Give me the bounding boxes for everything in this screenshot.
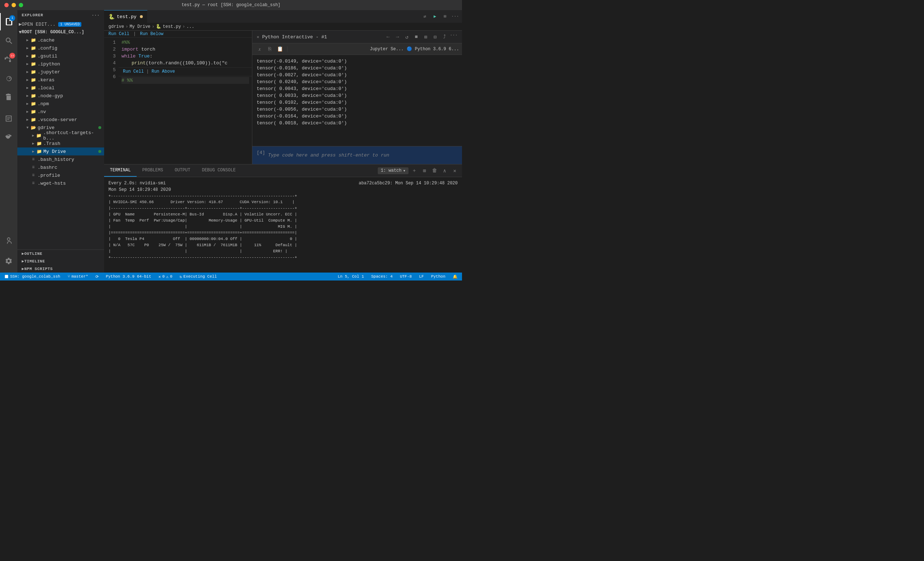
- run-cell-below-bar[interactable]: Run Cell | Run Above: [118, 67, 252, 76]
- table-icon[interactable]: ⊟: [431, 33, 439, 41]
- code-content[interactable]: #%% import torch while True: print(torch…: [118, 38, 252, 164]
- folder-icon: 📁: [30, 45, 36, 51]
- forward-icon[interactable]: →: [393, 33, 401, 41]
- split-editor-icon[interactable]: ⊞: [441, 13, 449, 21]
- tree-item-mydrive[interactable]: ▶ 📁 My Drive: [17, 147, 104, 155]
- input-placeholder[interactable]: Type code here and press shift-enter to …: [268, 153, 389, 158]
- run-icon[interactable]: ▶: [431, 13, 439, 21]
- run-cell-link[interactable]: Run Cell: [108, 32, 129, 36]
- tab-problems[interactable]: PROBLEMS: [136, 165, 169, 177]
- stop-icon[interactable]: ■: [412, 33, 420, 41]
- python-status[interactable]: Python 3.6.9 64-bit: [105, 273, 153, 280]
- jupyter-server-label[interactable]: Jupyter Se...: [370, 46, 404, 52]
- tree-item-wget-hsts[interactable]: ▶ ≡ .wget-hsts: [17, 179, 104, 187]
- line-num-3: 3: [104, 53, 116, 60]
- tree-item-jupyter[interactable]: ▶ 📁 .jupyter: [17, 68, 104, 76]
- sync-status[interactable]: ⟳: [94, 273, 100, 280]
- minimize-button[interactable]: [12, 3, 16, 7]
- tree-item-config[interactable]: ▶ 📁 .config: [17, 44, 104, 52]
- export-icon[interactable]: ⤴: [440, 33, 448, 41]
- item-label: .keras: [38, 77, 55, 83]
- delete-terminal-icon[interactable]: 🗑: [430, 166, 439, 175]
- breadcrumb-mydrive[interactable]: My Drive: [129, 24, 150, 29]
- activity-search[interactable]: [0, 32, 17, 49]
- code-editor[interactable]: Run Cell | Run Below 1 2 3 4 5 6 #%%: [104, 31, 252, 164]
- tree-item-ipython[interactable]: ▶ 📁 .ipython: [17, 60, 104, 68]
- close-terminal-icon[interactable]: ✕: [450, 166, 459, 175]
- copy-icon[interactable]: ⎘: [266, 45, 274, 54]
- spaces-status[interactable]: Spaces: 4: [370, 274, 394, 279]
- executing-status[interactable]: ↻ Executing Cell: [178, 273, 218, 280]
- npm-label: NPM SCRIPTS: [24, 267, 53, 271]
- tree-item-vscode-server[interactable]: ▶ 📁 .vscode-server: [17, 116, 104, 124]
- tab-terminal[interactable]: TERMINAL: [104, 165, 136, 177]
- run-cell-above-bar[interactable]: Run Cell | Run Below: [104, 31, 252, 38]
- back-icon[interactable]: ←: [384, 33, 392, 41]
- synchronize-icon[interactable]: ⇄: [421, 13, 429, 21]
- terminal-content[interactable]: Every 2.0s: nvidia-smi aba72ca5bc29: Mon…: [104, 177, 462, 273]
- ssh-status[interactable]: SSH: google_colab_ssh: [3, 273, 62, 280]
- tree-item-cache[interactable]: ▶ 📁 .cache: [17, 36, 104, 44]
- tree-item-bash-history[interactable]: ▶ ≡ .bash_history: [17, 155, 104, 164]
- run-cell-link2[interactable]: Run Cell: [123, 69, 144, 74]
- add-terminal-icon[interactable]: ＋: [410, 166, 418, 175]
- paste-icon[interactable]: 📋: [276, 45, 284, 54]
- chevron-up-icon[interactable]: ∧: [440, 166, 449, 175]
- breadcrumb-testpy-icon: 🐍: [156, 24, 161, 29]
- git-status[interactable]: ⑂ master*: [66, 273, 90, 280]
- position-status[interactable]: Ln 5, Col 1: [336, 274, 366, 279]
- more-actions-icon[interactable]: ···: [451, 13, 459, 21]
- more-icon[interactable]: ···: [450, 33, 458, 41]
- tab-testpy[interactable]: 🐍 test.py: [104, 10, 147, 23]
- breadcrumb-testpy[interactable]: test.py: [163, 24, 181, 29]
- watch-select[interactable]: 1: watch ▾: [378, 167, 408, 174]
- errors-status[interactable]: ✕ 0 ⚠ 0: [157, 273, 174, 280]
- run-above-link[interactable]: Run Above: [152, 69, 175, 74]
- item-label: .config: [38, 45, 57, 51]
- activity-source-control[interactable]: 77: [0, 51, 17, 68]
- python-version-label[interactable]: Python 3.6.9 6...: [415, 46, 459, 52]
- tab-debug-console[interactable]: DEBUG CONSOLE: [196, 165, 242, 177]
- tree-item-keras[interactable]: ▶ 📁 .keras: [17, 76, 104, 84]
- variables-icon[interactable]: 𝑥: [255, 45, 264, 54]
- tree-item-local[interactable]: ▶ 📁 .local: [17, 84, 104, 92]
- close-button[interactable]: [4, 3, 9, 7]
- activity-accounts[interactable]: [0, 232, 17, 249]
- tree-item-npm[interactable]: ▶ 📁 .npm: [17, 100, 104, 108]
- close-icon[interactable]: ✕: [256, 34, 259, 40]
- breadcrumb-gdrive[interactable]: gdrive: [108, 24, 124, 29]
- tree-item-bashrc[interactable]: ▶ ≡ .bashrc: [17, 164, 104, 171]
- notification-icon[interactable]: 🔔: [451, 274, 459, 279]
- python-file-icon: 🐍: [108, 14, 115, 20]
- grid-icon[interactable]: ⊞: [422, 33, 429, 41]
- encoding-status[interactable]: UTF-8: [398, 274, 413, 279]
- open-editors-section[interactable]: ▶ OPEN EDIT... 1 UNSAVED: [17, 20, 104, 28]
- breadcrumb-dots[interactable]: ...: [186, 24, 195, 29]
- split-terminal-icon[interactable]: ⊞: [420, 166, 429, 175]
- timeline-section[interactable]: ▶ TIMELINE: [17, 257, 104, 265]
- activity-run[interactable]: [0, 69, 17, 87]
- more-icon[interactable]: ···: [92, 13, 100, 17]
- activity-files[interactable]: 1: [0, 13, 17, 30]
- outline-section[interactable]: ▶ OUTLINE: [17, 250, 104, 257]
- root-section[interactable]: ▼ ROOT [SSH: GOOGLE_CO...]: [17, 28, 104, 36]
- code-line-1: #%%: [122, 39, 249, 46]
- activity-remote[interactable]: [0, 110, 17, 127]
- tree-item-nodegyp[interactable]: ▶ 📁 .node-gyp: [17, 92, 104, 100]
- tree-item-shortcut[interactable]: ▶ 📁 .shortcut-targets-b...: [17, 132, 104, 140]
- maximize-button[interactable]: [19, 3, 23, 7]
- eol-status[interactable]: LF: [417, 274, 425, 279]
- run-below-link[interactable]: Run Below: [140, 32, 164, 36]
- npm-section[interactable]: ▶ NPM SCRIPTS: [17, 265, 104, 273]
- tree-item-nv[interactable]: ▶ 📁 .nv: [17, 108, 104, 116]
- modified-badge: [98, 126, 101, 129]
- activity-extensions[interactable]: [0, 88, 17, 105]
- activity-docker[interactable]: [0, 129, 17, 146]
- tree-item-gsutil[interactable]: ▶ 📁 .gsutil: [17, 52, 104, 60]
- tree-item-profile[interactable]: ▶ ≡ .profile: [17, 171, 104, 179]
- lang-status[interactable]: Python: [429, 274, 447, 279]
- item-label: .vscode-server: [38, 117, 77, 123]
- tab-output[interactable]: OUTPUT: [169, 165, 196, 177]
- activity-settings[interactable]: [0, 252, 17, 270]
- reload-icon[interactable]: ↺: [403, 33, 411, 41]
